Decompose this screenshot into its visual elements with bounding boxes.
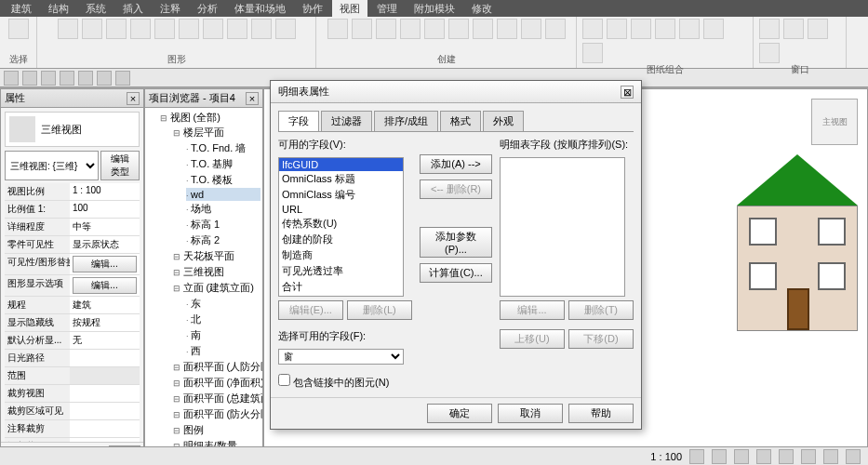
move-up-button[interactable]: 上移(U)	[500, 329, 565, 349]
select-from-dropdown[interactable]: 窗	[278, 349, 404, 365]
menu-tab-5[interactable]: 分析	[190, 0, 225, 18]
status-icon[interactable]	[801, 449, 816, 464]
ribbon-icon[interactable]	[808, 19, 828, 39]
select-icon[interactable]	[8, 19, 29, 39]
status-icon[interactable]	[756, 449, 771, 464]
tool-icon[interactable]	[4, 71, 19, 86]
close-icon[interactable]: ×	[246, 92, 259, 105]
ribbon-icon[interactable]	[251, 19, 272, 39]
browser-tree[interactable]: 视图 (全部)楼层平面T.O. Fnd. 墙T.O. 基脚T.O. 楼板wd场地…	[145, 108, 262, 465]
menu-tab-8[interactable]: 视图	[332, 0, 367, 18]
tree-leaf[interactable]: T.O. Fnd. 墙	[186, 140, 260, 156]
status-icon[interactable]	[846, 449, 861, 464]
tool-icon[interactable]	[78, 71, 93, 86]
ribbon-icon[interactable]	[473, 19, 493, 39]
dialog-tab[interactable]: 格式	[440, 111, 481, 131]
ribbon-icon[interactable]	[759, 19, 780, 39]
edit2-button[interactable]: 编辑...	[500, 300, 565, 320]
field-item[interactable]: 型号	[279, 295, 403, 297]
ribbon-icon[interactable]	[376, 19, 396, 39]
ribbon-icon[interactable]	[154, 19, 175, 39]
menu-tab-9[interactable]: 管理	[369, 0, 405, 18]
tool-icon[interactable]	[60, 71, 74, 86]
tree-leaf[interactable]: 北	[186, 312, 260, 327]
tool-icon[interactable]	[115, 71, 130, 86]
ribbon-icon[interactable]	[275, 19, 296, 39]
tree-node[interactable]: 面积平面 (人防分区面积)	[173, 359, 260, 375]
prop-value[interactable]	[70, 367, 140, 384]
add-param-button[interactable]: 添加参数(P)...	[420, 227, 492, 258]
ribbon-icon[interactable]	[703, 19, 724, 39]
include-linked-checkbox[interactable]: 包含链接中的图元(N)	[278, 374, 412, 390]
dialog-tab[interactable]: 过滤器	[321, 111, 372, 131]
field-item[interactable]: IfcGUID	[279, 158, 403, 171]
ribbon-icon[interactable]	[759, 43, 780, 63]
ribbon-icon[interactable]	[783, 19, 804, 39]
tree-leaf[interactable]: wd	[186, 188, 260, 201]
scale-display[interactable]: 1 : 100	[650, 451, 682, 462]
ribbon-icon[interactable]	[58, 19, 78, 39]
tool-icon[interactable]	[22, 71, 37, 86]
menu-tab-11[interactable]: 修改	[464, 0, 500, 18]
ribbon-icon[interactable]	[607, 19, 627, 39]
ribbon-icon[interactable]	[679, 19, 700, 39]
field-item[interactable]: URL	[279, 203, 403, 216]
prop-value[interactable]: 100	[70, 201, 140, 218]
calc-value-button[interactable]: 计算值(C)...	[420, 263, 492, 283]
tree-node[interactable]: 图例	[173, 422, 260, 438]
ribbon-icon[interactable]	[227, 19, 247, 39]
tree-node[interactable]: 三维视图	[173, 264, 260, 280]
available-fields-list[interactable]: IfcGUIDOmniClass 标题OmniClass 编号URL传热系数(U…	[278, 157, 404, 297]
tree-node[interactable]: 立面 (建筑立面)	[173, 280, 260, 296]
prop-value[interactable]	[70, 403, 140, 419]
field-item[interactable]: 合计	[279, 279, 403, 295]
ribbon-icon[interactable]	[106, 19, 127, 39]
tree-leaf[interactable]: T.O. 基脚	[186, 156, 260, 172]
scheduled-fields-list[interactable]	[500, 157, 625, 297]
status-icon[interactable]	[689, 449, 704, 464]
ribbon-icon[interactable]	[179, 19, 199, 39]
tree-node[interactable]: 楼层平面	[173, 125, 260, 140]
status-icon[interactable]	[734, 449, 749, 464]
ribbon-icon[interactable]	[545, 19, 566, 39]
menu-tab-6[interactable]: 体量和场地	[227, 0, 293, 18]
type-selector[interactable]: 三维视图: {三维}	[5, 151, 99, 180]
prop-value[interactable]: 编辑...	[70, 275, 140, 296]
status-icon[interactable]	[712, 449, 727, 464]
ribbon-icon[interactable]	[327, 19, 348, 39]
status-icon[interactable]	[823, 449, 838, 464]
dialog-tab[interactable]: 字段	[278, 111, 319, 131]
field-item[interactable]: 制造商	[279, 247, 403, 263]
ribbon-icon[interactable]	[655, 19, 675, 39]
ribbon-icon[interactable]	[82, 19, 102, 39]
field-item[interactable]: OmniClass 标题	[279, 171, 403, 187]
menu-tab-0[interactable]: 建筑	[4, 0, 39, 18]
tree-leaf[interactable]: T.O. 楼板	[186, 172, 260, 188]
tree-leaf[interactable]: 标高 2	[186, 232, 260, 248]
ribbon-icon[interactable]	[448, 19, 469, 39]
prop-value[interactable]: 中等	[70, 219, 140, 235]
prop-value[interactable]	[70, 350, 140, 366]
menu-tab-10[interactable]: 附加模块	[407, 0, 462, 18]
tree-node[interactable]: 面积平面 (净面积)	[173, 375, 260, 391]
field-item[interactable]: 传热系数(U)	[279, 216, 403, 232]
viewcube[interactable]: 主视图	[811, 99, 858, 145]
menu-tab-4[interactable]: 注释	[153, 0, 188, 18]
field-item[interactable]: 创建的阶段	[279, 232, 403, 247]
ribbon-icon[interactable]	[497, 19, 517, 39]
ribbon-icon[interactable]	[582, 19, 603, 39]
ribbon-icon[interactable]	[203, 19, 223, 39]
tool-icon[interactable]	[97, 71, 112, 86]
prop-value[interactable]	[70, 420, 140, 437]
tree-leaf[interactable]: 场地	[186, 201, 260, 217]
prop-value[interactable]: 1 : 100	[70, 183, 140, 200]
tree-leaf[interactable]: 标高 1	[186, 217, 260, 232]
menu-tab-7[interactable]: 协作	[295, 0, 330, 18]
edit-field-button[interactable]: 编辑(E)...	[278, 300, 343, 320]
field-item[interactable]: 可见光透过率	[279, 263, 403, 279]
close-icon[interactable]: ×	[127, 92, 140, 105]
dialog-tab[interactable]: 排序/成组	[374, 111, 438, 131]
ribbon-icon[interactable]	[424, 19, 445, 39]
move-down-button[interactable]: 下移(D)	[568, 329, 634, 349]
prop-value[interactable]	[70, 385, 140, 402]
